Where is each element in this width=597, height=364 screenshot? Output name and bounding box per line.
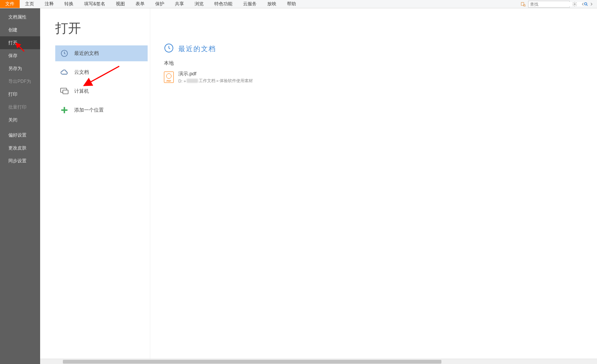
doc-name: 演示.pdf bbox=[178, 70, 253, 77]
highlight-search-icon[interactable] bbox=[520, 1, 527, 8]
recent-docs-panel: 最近的文档 本地 PDF演示.pdfD: »工作文档» 体验软件使用素材 bbox=[150, 8, 597, 364]
sidebar-item2-1[interactable]: 更改皮肤 bbox=[0, 142, 40, 154]
location-add[interactable]: 添加一个位置 bbox=[55, 102, 148, 118]
location-cloud[interactable]: 云文档 bbox=[55, 64, 148, 80]
recent-header: 最近的文档 bbox=[164, 43, 589, 54]
top-menu-bar: 文件主页注释转换填写&签名视图表单保护共享浏览特色功能云服务放映帮助 bbox=[0, 0, 597, 8]
sidebar-item2-0[interactable]: 偏好设置 bbox=[0, 129, 40, 142]
computer-icon bbox=[60, 87, 69, 96]
sidebar-item-5[interactable]: 导出PDF为 bbox=[0, 75, 40, 88]
menu-tab-2[interactable]: 注释 bbox=[39, 0, 59, 8]
section-local-label: 本地 bbox=[164, 60, 589, 67]
doc-path: D: »工作文档» 体验软件使用素材 bbox=[178, 78, 253, 84]
topbar-right-tools bbox=[520, 0, 597, 8]
scrollbar-thumb[interactable] bbox=[63, 360, 441, 364]
gear-icon[interactable] bbox=[571, 1, 578, 8]
topbar-spacer bbox=[301, 0, 520, 8]
menu-tab-9[interactable]: 浏览 bbox=[189, 0, 209, 8]
location-label: 添加一个位置 bbox=[74, 107, 104, 114]
sidebar-item-4[interactable]: 另存为 bbox=[0, 62, 40, 75]
sidebar-item-6[interactable]: 打印 bbox=[0, 88, 40, 101]
nav-prev-icon[interactable] bbox=[580, 1, 586, 8]
menu-tab-4[interactable]: 填写&签名 bbox=[79, 0, 111, 8]
svg-point-3 bbox=[574, 3, 575, 5]
menu-tab-7[interactable]: 保护 bbox=[150, 0, 170, 8]
menu-tab-11[interactable]: 云服务 bbox=[238, 0, 262, 8]
file-sidebar: 文档属性创建打开保存另存为导出PDF为打印批量打印关闭偏好设置更改皮肤同步设置 bbox=[0, 8, 40, 364]
cloud-icon bbox=[60, 68, 69, 77]
menu-tab-8[interactable]: 共享 bbox=[170, 0, 189, 8]
location-label: 云文档 bbox=[74, 69, 89, 76]
location-computer[interactable]: 计算机 bbox=[55, 83, 148, 99]
search-box[interactable] bbox=[528, 1, 570, 8]
recent-icon bbox=[60, 49, 69, 58]
add-icon bbox=[60, 106, 69, 115]
menu-tab-13[interactable]: 帮助 bbox=[282, 0, 301, 8]
location-label: 最近的文档 bbox=[74, 50, 99, 57]
horizontal-scrollbar[interactable] bbox=[40, 359, 597, 364]
menu-tab-5[interactable]: 视图 bbox=[111, 0, 130, 8]
open-locations-panel: 打开 最近的文档云文档计算机添加一个位置 bbox=[40, 8, 150, 364]
menu-tab-10[interactable]: 特色功能 bbox=[209, 0, 238, 8]
doc-meta: 演示.pdfD: »工作文档» 体验软件使用素材 bbox=[178, 70, 253, 84]
nav-next-icon[interactable] bbox=[588, 1, 595, 8]
svg-rect-6 bbox=[63, 90, 68, 94]
menu-tab-6[interactable]: 表单 bbox=[130, 0, 150, 8]
location-recent[interactable]: 最近的文档 bbox=[55, 45, 148, 61]
recent-header-label: 最近的文档 bbox=[178, 44, 216, 53]
menu-tab-0[interactable]: 文件 bbox=[0, 0, 20, 8]
recent-doc-0[interactable]: PDF演示.pdfD: »工作文档» 体验软件使用素材 bbox=[164, 69, 589, 85]
sidebar-item-8[interactable]: 关闭 bbox=[0, 114, 40, 126]
redacted-segment bbox=[187, 79, 198, 83]
menu-tab-1[interactable]: 主页 bbox=[20, 0, 39, 8]
svg-rect-8 bbox=[61, 109, 68, 111]
body-area: 文档属性创建打开保存另存为导出PDF为打印批量打印关闭偏好设置更改皮肤同步设置 … bbox=[0, 8, 597, 364]
sidebar-item-0[interactable]: 文档属性 bbox=[0, 11, 40, 23]
menu-tab-12[interactable]: 放映 bbox=[262, 0, 282, 8]
sidebar-item-1[interactable]: 创建 bbox=[0, 23, 40, 36]
sidebar-item-7[interactable]: 批量打印 bbox=[0, 101, 40, 114]
sidebar-item-3[interactable]: 保存 bbox=[0, 49, 40, 62]
sidebar-item-2[interactable]: 打开 bbox=[0, 36, 40, 49]
pdf-file-icon: PDF bbox=[164, 72, 174, 83]
location-label: 计算机 bbox=[74, 88, 89, 95]
page-title: 打开 bbox=[55, 20, 148, 37]
clock-icon bbox=[164, 43, 174, 54]
sidebar-item2-2[interactable]: 同步设置 bbox=[0, 154, 40, 167]
menu-tab-3[interactable]: 转换 bbox=[59, 0, 79, 8]
